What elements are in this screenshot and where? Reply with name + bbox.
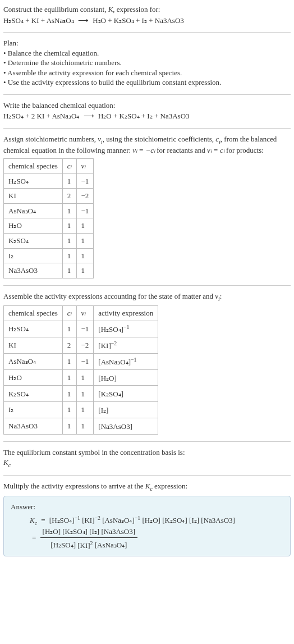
den-term1: [H₂SO₄]	[50, 541, 76, 550]
cell-ci: 1	[62, 386, 76, 402]
cell-ci: 1	[62, 418, 76, 435]
symbol-kc: Kc	[3, 458, 291, 469]
cell-species: Na3AsO3	[4, 263, 63, 278]
th-vi: νᵢ	[76, 159, 94, 174]
cell-vi: −1	[76, 203, 94, 218]
stoich-text-mid1: , using the stoichiometric coefficients,	[103, 135, 216, 143]
stoich-c: ci	[215, 135, 220, 143]
cell-ci: 1	[62, 263, 76, 278]
table-row: AsNa₃O₄1−1[AsNa₃O₄]−1	[4, 353, 158, 369]
intro-eq-lhs: H₂SO₄ + KI + AsNa₃O₄	[3, 16, 74, 25]
cell-vi: −1	[76, 353, 94, 369]
cell-ci: 1	[62, 203, 76, 218]
fraction-numerator: [H₂O] [K₂SO₄] [I₂] [Na3AsO3]	[40, 527, 138, 538]
term5: [K₂SO₄]	[162, 516, 187, 524]
table-row: Na3AsO311	[4, 263, 94, 278]
divider	[3, 285, 291, 286]
cell-activity: [H₂SO₄]−1	[94, 321, 158, 337]
table-row: K₂SO₄11[K₂SO₄]	[4, 386, 158, 402]
den-term2: [KI]2	[77, 541, 93, 550]
cell-ci: 1	[62, 402, 76, 418]
stoich-rel-prod: νᵢ = cᵢ	[207, 146, 224, 154]
cell-activity: [H₂O]	[94, 369, 158, 386]
stoich-text: Assign stoichiometric numbers, νi, using…	[3, 134, 291, 155]
arrow-icon: ⟶	[81, 112, 97, 120]
plan-bullet-4: • Use the activity expressions to build …	[3, 77, 291, 88]
kc-c: c	[35, 520, 37, 526]
plan-heading: Plan:	[3, 38, 291, 48]
kc-c: c	[8, 462, 11, 468]
cell-vi: 1	[76, 248, 94, 263]
cell-species: AsNa₃O₄	[4, 353, 63, 369]
divider	[3, 128, 291, 129]
activity-base: [K₂SO₄]	[98, 390, 123, 399]
multiply-post: expression:	[153, 482, 187, 490]
plan-bullet-1: • Balance the chemical equation.	[3, 48, 291, 58]
stoich-rel-react: νᵢ = −cᵢ	[132, 146, 155, 154]
cell-vi: −1	[76, 321, 94, 337]
activity-section: Assemble the activity expressions accoun…	[3, 291, 291, 435]
multiply-section: Mulitply the activity expressions to arr…	[3, 481, 291, 556]
table-row: K₂SO₄11	[4, 233, 94, 248]
table-row: KI2−2[KI]−2	[4, 337, 158, 353]
cell-vi: 1	[76, 218, 94, 234]
multiply-pre: Mulitply the activity expressions to arr…	[3, 482, 145, 490]
answer-label: Answer:	[11, 502, 283, 512]
activity-heading-pre: Assemble the activity expressions accoun…	[3, 292, 215, 300]
table-row: I₂11	[4, 248, 94, 263]
den-term3: [AsNa₃O₄]	[95, 541, 127, 550]
table-row: H₂SO₄1−1	[4, 173, 94, 189]
cell-ci: 2	[62, 189, 76, 204]
activity-base: [Na3AsO3]	[98, 422, 132, 431]
cell-species: AsNa₃O₄	[4, 203, 63, 218]
cell-species: K₂SO₄	[4, 386, 63, 402]
cell-ci: 1	[62, 248, 76, 263]
th-ci: cᵢ	[62, 159, 76, 174]
cell-vi: 1	[76, 263, 94, 278]
table-header-row: chemical species cᵢ νᵢ	[4, 159, 94, 174]
term6: [I₂]	[189, 516, 199, 524]
table-row: H₂O11	[4, 218, 94, 234]
term-exp: −1	[75, 515, 80, 521]
stoich-table: chemical species cᵢ νᵢ H₂SO₄1−1 KI2−2 As…	[3, 158, 94, 278]
cell-ci: 1	[62, 173, 76, 189]
equals-sign: =	[30, 533, 38, 542]
stoich-nu: νi	[98, 135, 103, 143]
term7: [Na3AsO3]	[201, 516, 235, 524]
term2: [KI]−2	[82, 516, 100, 524]
term-base: [H₂SO₄]	[49, 516, 75, 524]
cell-species: I₂	[4, 402, 63, 418]
th-vi: νᵢ	[76, 306, 94, 321]
cell-vi: −1	[76, 173, 94, 189]
th-activity: activity expression	[94, 306, 158, 321]
cell-activity: [AsNa₃O₄]−1	[94, 353, 158, 369]
activity-table: chemical species cᵢ νᵢ activity expressi…	[3, 305, 158, 435]
cell-vi: −2	[76, 189, 94, 204]
answer-fraction-line: = [H₂O] [K₂SO₄] [I₂] [Na3AsO3] [H₂SO₄] […	[11, 527, 283, 550]
answer-kc: Kc	[30, 516, 37, 524]
plan-bullet-2: • Determine the stoichiometric numbers.	[3, 58, 291, 68]
table-row: H₂SO₄1−1[H₂SO₄]−1	[4, 321, 158, 337]
plan-section: Plan: • Balance the chemical equation. •…	[3, 38, 291, 88]
table-row: I₂11[I₂]	[4, 402, 158, 418]
cell-species: H₂SO₄	[4, 173, 63, 189]
activity-base: [H₂O]	[98, 374, 116, 382]
table-row: H₂O11[H₂O]	[4, 369, 158, 386]
th-species: chemical species	[4, 159, 63, 174]
multiply-line: Mulitply the activity expressions to arr…	[3, 481, 291, 492]
term-exp: −1	[135, 515, 140, 521]
balanced-rhs: H₂O + K₂SO₄ + I₂ + Na3AsO3	[98, 112, 190, 120]
intro-section: Construct the equilibrium constant, K, e…	[3, 4, 291, 25]
answer-box: Answer: Kc = [H₂SO₄]−1 [KI]−2 [AsNa₃O₄]−…	[3, 496, 291, 556]
term1: [H₂SO₄]−1	[49, 516, 80, 524]
th-ci: cᵢ	[62, 306, 76, 321]
cell-vi: 1	[76, 386, 94, 402]
cell-ci: 1	[62, 218, 76, 234]
activity-heading: Assemble the activity expressions accoun…	[3, 291, 291, 303]
cell-ci: 1	[62, 321, 76, 337]
cell-species: H₂SO₄	[4, 321, 63, 337]
th-species: chemical species	[4, 306, 63, 321]
cell-ci: 1	[62, 233, 76, 248]
intro-text-post: , expression for:	[113, 5, 160, 13]
cell-species: KI	[4, 337, 63, 353]
